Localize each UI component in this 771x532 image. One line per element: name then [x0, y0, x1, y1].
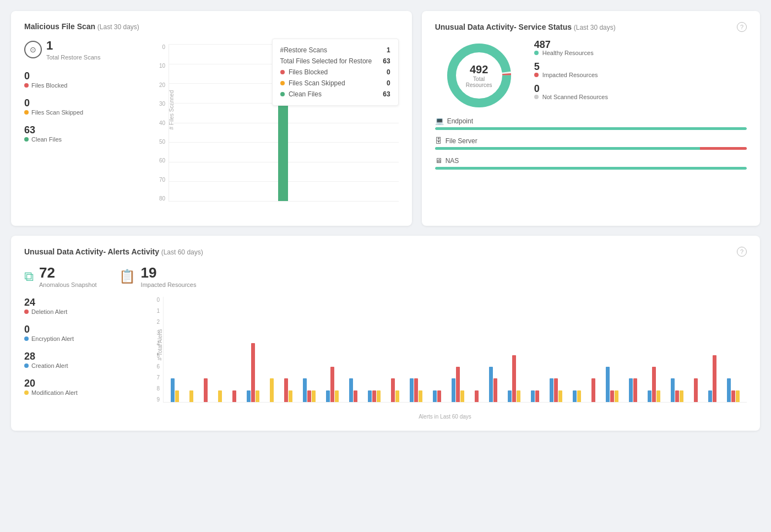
alert-bar-group-15 — [452, 297, 464, 402]
alert-bar-group-27 — [694, 297, 698, 402]
files-blocked-label: Files Blocked — [31, 82, 67, 89]
alert-bar-blue-19 — [531, 390, 535, 402]
fileserver-bar-track — [435, 147, 747, 150]
alert-bar-blue-17 — [489, 367, 493, 402]
alert-bar-red-7 — [284, 378, 288, 402]
alert-bar-group-19 — [531, 297, 539, 402]
alert-bar-red-2 — [204, 378, 208, 402]
clean-files-stat: 63 Clean Files — [24, 124, 140, 143]
files-blocked-desc: Files Blocked — [24, 82, 140, 89]
alert-bar-group-13 — [410, 297, 422, 402]
healthy-resources-item: 487 Healthy Resources — [534, 40, 747, 56]
nas-icon: 🖥 — [435, 156, 442, 165]
alerts-left-stats: 24 Deletion Alert 0 Encryption Alert 28 — [24, 297, 134, 420]
deletion-value: 24 — [24, 297, 134, 308]
alert-bar-red-19 — [535, 390, 539, 402]
alert-bar-blue-23 — [606, 367, 610, 402]
alert-bar-red-4 — [232, 390, 236, 402]
impacted-dot — [534, 73, 539, 77]
alert-bar-red-24 — [633, 378, 637, 402]
service-status-card: Unusual Data Activity- Service Status (L… — [422, 11, 760, 226]
donut-total-label: Total Resources — [461, 76, 497, 88]
impacted-label: Impacted Resources — [141, 281, 197, 288]
alert-bar-yellow-12 — [395, 390, 399, 402]
alert-bar-red-9 — [330, 367, 334, 402]
legend-clean-files-label: Clean Files — [280, 90, 322, 98]
alerts-bars-inner — [163, 297, 747, 403]
alert-bar-yellow-20 — [558, 390, 562, 402]
not-scanned-value: 0 — [534, 84, 608, 94]
impacted-info: 19 Impacted Resources — [141, 264, 197, 288]
alert-bar-group-23 — [606, 297, 618, 402]
alert-bar-yellow-5 — [256, 390, 259, 402]
legend-files-blocked-val: 0 — [387, 68, 390, 76]
alert-bar-yellow-0 — [175, 390, 179, 402]
malicious-chart-wrap: #Restore Scans 1 Total Files Selected fo… — [149, 39, 399, 215]
healthy-resources-value: 487 — [534, 40, 594, 50]
creation-label: Creation Alert — [31, 362, 68, 369]
alert-bar-group-29 — [727, 297, 740, 402]
total-scans-value: 1 — [46, 39, 100, 53]
nas-bar-track — [435, 167, 747, 170]
alert-bar-group-5 — [247, 297, 259, 402]
alert-bar-group-21 — [573, 297, 581, 402]
alert-bar-group-14 — [433, 297, 441, 402]
impacted-resources-label: Impacted Resources — [534, 72, 598, 78]
encryption-label: Encryption Alert — [31, 335, 74, 342]
alert-bar-blue-15 — [452, 378, 455, 402]
clean-files-value: 63 — [24, 124, 140, 136]
deletion-label: Deletion Alert — [31, 308, 67, 315]
alert-bar-blue-24 — [629, 378, 633, 402]
alert-bar-yellow-13 — [419, 390, 422, 402]
dashboard: Malicious File Scan (Last 30 days) ⊙ 1 T… — [11, 11, 760, 431]
clean-files-desc: Clean Files — [24, 136, 140, 143]
restore-scans-label: #Restore Scans — [280, 46, 327, 54]
impacted-resources-info: 5 Impacted Resources — [534, 62, 598, 78]
alerts-help-icon[interactable]: ? — [737, 247, 747, 257]
malicious-y-axis: 80 70 60 50 40 30 20 10 0 — [149, 44, 165, 202]
nas-bar-fill — [435, 167, 747, 170]
alert-bar-group-24 — [629, 297, 637, 402]
service-subtitle: (Last 30 days) — [574, 24, 616, 31]
alert-bar-red-8 — [307, 390, 311, 402]
alert-bar-yellow-29 — [736, 390, 740, 402]
files-blocked-dot — [24, 83, 29, 88]
encryption-dot — [24, 336, 29, 341]
alert-bar-blue-8 — [303, 378, 307, 402]
alert-bar-blue-21 — [573, 390, 577, 402]
nas-label: NAS — [446, 157, 459, 165]
anomalous-snapshot-stat: ⧉ 72 Anomalous Snapshot — [24, 264, 97, 288]
files-blocked-value: 0 — [24, 70, 140, 82]
alert-bar-group-7 — [284, 297, 292, 402]
alerts-chart-area: 9 8 7 6 5 4 3 2 1 0 # Total Alerts — [143, 297, 747, 420]
files-scan-skipped-desc: Files Scan Skipped — [24, 109, 140, 116]
alert-bar-blue-13 — [410, 378, 414, 402]
service-help-icon[interactable]: ? — [737, 22, 747, 32]
alerts-card-header: Unusual Data Activity- Alerts Activity (… — [24, 247, 747, 257]
endpoint-bar-label: 💻 Endpoint — [435, 117, 747, 125]
alert-bar-blue-25 — [648, 390, 651, 402]
alert-bar-group-3 — [218, 297, 222, 402]
fileserver-bar-item: 🗄 File Server — [435, 137, 747, 150]
endpoint-icon: 💻 — [435, 117, 444, 125]
alert-bar-red-11 — [372, 390, 376, 402]
alert-bar-yellow-25 — [656, 390, 660, 402]
legend-clean-dot — [280, 92, 285, 96]
malicious-chart-container: #Restore Scans 1 Total Files Selected fo… — [149, 39, 399, 215]
not-scanned-info: 0 Not Scanned Resources — [534, 84, 608, 100]
legend-files-blocked-label: Files Blocked — [280, 68, 328, 76]
files-scan-skipped-stat: 0 Files Scan Skipped — [24, 97, 140, 116]
not-scanned-label: Not Scanned Resources — [534, 94, 608, 100]
malicious-left-stats: ⊙ 1 Total Restore Scans 0 Files Blocked — [24, 39, 140, 215]
clean-files-label: Clean Files — [31, 136, 62, 143]
alert-bar-yellow-3 — [218, 390, 222, 402]
alerts-subtitle: (Last 60 days) — [161, 248, 203, 256]
legend-skipped-dot — [280, 81, 285, 85]
total-scans-row: ⊙ 1 Total Restore Scans — [24, 39, 140, 61]
healthy-dot — [534, 51, 539, 55]
legend-files-blocked: Files Blocked 0 — [280, 67, 390, 78]
alert-bar-red-18 — [512, 355, 516, 402]
alert-bar-red-12 — [391, 378, 395, 402]
fileserver-green — [435, 147, 700, 150]
modification-value: 20 — [24, 378, 134, 389]
